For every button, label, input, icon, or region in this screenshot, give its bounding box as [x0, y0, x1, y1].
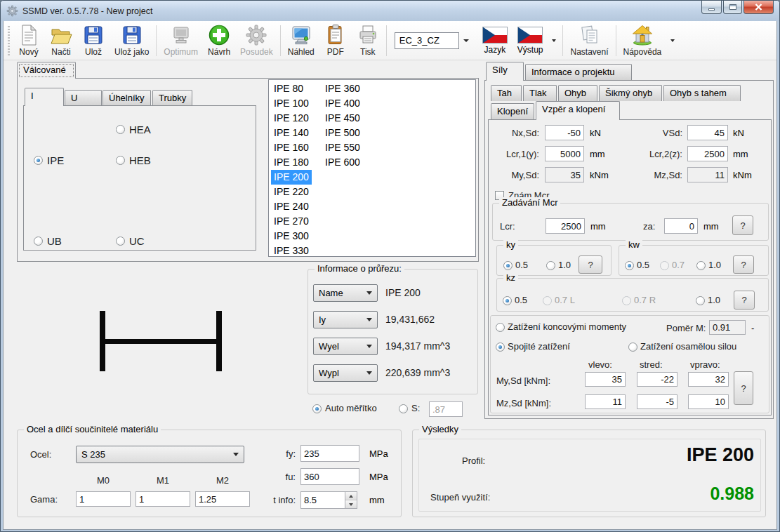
radio-ky-10[interactable] [546, 261, 555, 270]
output-language-button[interactable]: Výstup [513, 25, 548, 56]
tab-sily[interactable]: Síly [486, 62, 524, 81]
radio-uc[interactable] [116, 237, 125, 246]
t-info-input[interactable] [300, 491, 345, 509]
tab-ohyb[interactable]: Ohyb [558, 85, 597, 101]
help-dropdown-icon[interactable] [670, 39, 675, 42]
profile-listbox[interactable]: IPE 80 IPE 100 IPE 120 IPE 140 IPE 160 I… [268, 79, 476, 257]
tab-section-uhelniky[interactable]: Úhelníky [103, 90, 151, 106]
tab-ohyb-s-tahem[interactable]: Ohyb s tahem [663, 85, 741, 101]
check-button[interactable]: Posudek [235, 22, 278, 58]
profile-list-item[interactable]: IPE 400 [322, 96, 363, 111]
new-button[interactable]: Nový [13, 22, 45, 58]
close-button[interactable] [743, 1, 774, 14]
steel-combobox[interactable]: S 235 [76, 446, 244, 463]
norm-combobox[interactable]: EC_3_CZ [395, 32, 459, 49]
mz-stred-input[interactable] [637, 394, 677, 409]
mz-vlevo-input[interactable] [585, 394, 626, 409]
kz-help-button[interactable]: ? [734, 291, 755, 310]
save-button[interactable]: Ulož [77, 22, 110, 58]
mz-vpravo-input[interactable] [688, 394, 729, 409]
stepper-up-button[interactable] [345, 492, 357, 500]
radio-kz-05[interactable] [503, 296, 512, 305]
property-combobox-name[interactable]: Name [313, 284, 378, 302]
moment-ratio-input[interactable] [709, 320, 746, 335]
gamma-m1-input[interactable] [135, 491, 190, 507]
output-dropdown-icon[interactable] [552, 39, 556, 42]
save-as-button[interactable]: Ulož jako [110, 22, 154, 58]
profile-list-item[interactable]: IPE 450 [322, 111, 363, 126]
design-button[interactable]: Návrh [203, 22, 235, 58]
radio-point-load[interactable] [628, 343, 637, 352]
profile-list-item[interactable]: IPE 600 [322, 155, 363, 170]
fu-input[interactable] [300, 468, 359, 485]
ky-help-button[interactable]: ? [579, 255, 602, 274]
tab-valcovane[interactable]: Válcované [17, 62, 76, 79]
kw-help-button[interactable]: ? [733, 255, 754, 274]
radio-kw-05[interactable] [625, 261, 634, 270]
print-button[interactable]: Tisk [352, 22, 384, 58]
loading-help-button[interactable]: ? [734, 371, 753, 405]
optimum-button[interactable]: Optimum [159, 22, 203, 58]
my-stred-input[interactable] [637, 372, 677, 387]
radio-continuous-load[interactable] [496, 343, 505, 352]
my-vpravo-input[interactable] [688, 372, 729, 387]
norm-dropdown-icon[interactable] [463, 39, 469, 42]
lcr1-input[interactable] [545, 146, 584, 161]
tab-tlak[interactable]: Tlak [523, 85, 557, 101]
radio-ky-05[interactable] [503, 261, 513, 270]
tab-tah[interactable]: Tah [491, 85, 522, 101]
vsd-input[interactable] [687, 125, 728, 140]
nxsd-input[interactable] [545, 125, 584, 140]
radio-kw-10[interactable] [696, 261, 706, 270]
my-vlevo-input[interactable] [585, 372, 626, 387]
mcr-lcr-input[interactable] [546, 218, 585, 234]
toolbar-grip[interactable] [8, 26, 10, 55]
profile-list-item[interactable]: IPE 100 [271, 96, 312, 111]
property-combobox-wyel[interactable]: Wyel [313, 338, 378, 355]
tab-informace-o-projektu[interactable]: Informace o projektu [525, 64, 632, 81]
profile-list-item[interactable]: IPE 270 [271, 214, 312, 229]
profile-list-item[interactable]: IPE 80 [271, 81, 306, 96]
radio-end-moments[interactable] [496, 323, 505, 332]
radio-heb[interactable] [116, 156, 125, 165]
tab-vzper-a-klopeni[interactable]: Vzpěr a klopení [536, 101, 620, 120]
radio-ipe[interactable] [34, 156, 43, 165]
tab-klopeni[interactable]: Klopení [491, 103, 534, 120]
profile-list-item[interactable]: IPE 140 [271, 126, 312, 140]
open-button[interactable]: Načti [45, 22, 77, 58]
minimize-button[interactable] [701, 1, 722, 14]
profile-list-item[interactable]: IPE 500 [322, 126, 363, 140]
radio-kz-07l[interactable] [543, 296, 552, 305]
settings-button[interactable]: Nastavení [565, 22, 613, 58]
tab-section-trubky[interactable]: Trubky [152, 90, 192, 106]
profile-list-item[interactable]: IPE 550 [322, 140, 363, 155]
tab-section-i[interactable]: I [25, 88, 64, 106]
pdf-button[interactable]: PDF [319, 22, 352, 58]
profile-list-item[interactable]: IPE 160 [271, 140, 312, 155]
radio-kz-07r[interactable] [622, 296, 631, 305]
property-combobox-wypl[interactable]: Wypl [313, 364, 378, 382]
mysd-input[interactable] [545, 167, 584, 182]
radio-ub[interactable] [34, 237, 43, 246]
preview-button[interactable]: Náhled [283, 22, 319, 58]
fy-input[interactable] [300, 445, 359, 462]
stepper-down-button[interactable] [345, 500, 357, 508]
tab-sikmy-ohyb[interactable]: Šikmý ohyb [599, 85, 662, 101]
stepper-buttons[interactable] [345, 491, 357, 509]
radio-kw-07[interactable] [660, 261, 669, 270]
radio-hea[interactable] [116, 125, 125, 134]
profile-list-item[interactable]: IPE 300 [271, 229, 312, 244]
mcr-help-button[interactable]: ? [732, 215, 753, 235]
help-button[interactable]: Nápověda [619, 22, 667, 58]
t-info-stepper[interactable] [300, 491, 357, 509]
za-input[interactable] [664, 218, 698, 234]
tab-section-u[interactable]: U [65, 90, 102, 106]
radio-manual-scale[interactable] [399, 404, 408, 413]
scale-input[interactable] [429, 401, 463, 417]
lcr2-input[interactable] [687, 146, 728, 161]
gamma-m2-input[interactable] [195, 491, 250, 507]
language-button[interactable]: Jazyk [477, 25, 513, 56]
profile-list-item[interactable]: IPE 220 [271, 185, 312, 199]
gamma-m0-input[interactable] [76, 491, 131, 507]
radio-auto-scale[interactable] [312, 404, 322, 413]
